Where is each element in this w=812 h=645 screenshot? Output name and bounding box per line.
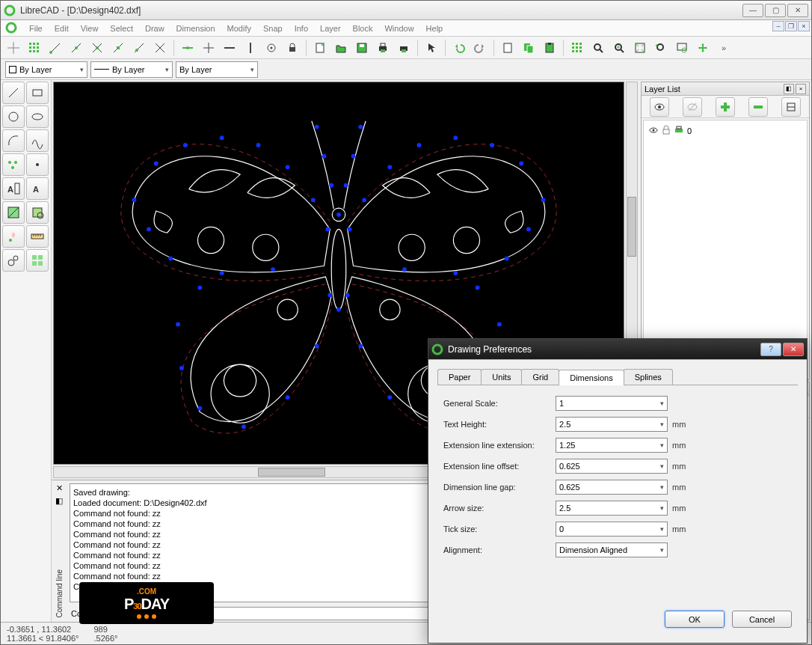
line-tool-icon[interactable] [2, 82, 25, 104]
menu-block[interactable]: Block [347, 22, 379, 35]
dialog-close-button[interactable]: ✕ [783, 343, 804, 356]
text-tool-icon[interactable]: A [2, 177, 25, 200]
layer-hide-all-icon[interactable] [683, 97, 702, 117]
zoom-in-icon[interactable] [609, 38, 629, 58]
layer-close-button[interactable]: × [796, 84, 806, 94]
dialog-help-button[interactable]: ? [760, 343, 781, 356]
menu-help[interactable]: Help [420, 22, 449, 35]
toolbar-overflow-icon[interactable]: » [714, 38, 733, 58]
print-icon[interactable] [674, 126, 684, 136]
tab-units[interactable]: Units [481, 369, 522, 385]
menu-file[interactable]: File [23, 22, 49, 35]
menu-view[interactable]: View [75, 22, 105, 35]
mdi-minimize[interactable]: – [772, 21, 784, 31]
restrict-ortho-icon[interactable] [199, 38, 218, 58]
measure-tool-icon[interactable] [26, 225, 49, 248]
layer-add-icon[interactable] [716, 97, 735, 117]
snap-grid-icon[interactable] [25, 38, 44, 58]
visibility-icon[interactable] [648, 125, 659, 137]
open-file-icon[interactable] [331, 38, 351, 58]
snap-center-icon[interactable] [87, 38, 107, 58]
tab-splines[interactable]: Splines [624, 369, 673, 385]
cut-icon[interactable] [498, 38, 517, 58]
tick-size-field[interactable]: 0 [556, 522, 668, 537]
restrict-horizontal-icon[interactable] [220, 38, 239, 58]
tab-paper[interactable]: Paper [437, 369, 482, 385]
print-icon[interactable] [373, 38, 393, 58]
hatch-tool-icon[interactable] [26, 201, 49, 224]
zoom-auto-icon[interactable] [630, 38, 650, 58]
arc-tool-icon[interactable] [2, 129, 25, 152]
mdi-close[interactable]: × [798, 21, 810, 31]
undo-icon[interactable] [449, 38, 469, 58]
arrow-size-field[interactable]: 2.5 [556, 501, 668, 516]
block-tool-icon[interactable] [2, 249, 25, 272]
lineweight-combo[interactable]: By Layer [176, 61, 258, 78]
restrict-nothing-icon[interactable] [178, 38, 197, 58]
mtext-tool-icon[interactable]: A [26, 177, 49, 200]
ext-line-off-field[interactable]: 0.625 [556, 459, 668, 474]
snap-endpoint-icon[interactable] [46, 38, 65, 58]
zoom-window-icon[interactable] [672, 38, 692, 58]
minimize-button[interactable]: — [742, 4, 763, 17]
point-tool-icon[interactable] [26, 153, 49, 176]
spline-tool-icon[interactable] [26, 129, 49, 152]
menu-select[interactable]: Select [104, 22, 139, 35]
ellipse-tool-icon[interactable] [26, 106, 49, 128]
modify-tool-icon[interactable] [2, 225, 25, 248]
restrict-vertical-icon[interactable] [241, 38, 260, 58]
menu-draw[interactable]: Draw [139, 22, 170, 35]
grid-toggle-icon[interactable] [568, 38, 587, 58]
cancel-button[interactable]: Cancel [732, 611, 792, 628]
snap-middle-icon[interactable] [108, 38, 128, 58]
pin-panel-icon[interactable]: ◧ [55, 496, 63, 506]
ok-button[interactable]: OK [665, 611, 725, 628]
ext-line-ext-field[interactable]: 1.25 [556, 438, 668, 453]
alignment-field[interactable]: Dimension Aligned [556, 542, 668, 557]
layer-row-0[interactable]: 0 [647, 123, 804, 138]
close-button[interactable]: ✕ [787, 4, 808, 17]
zoom-pan-icon[interactable] [693, 38, 713, 58]
layer-remove-icon[interactable] [748, 97, 768, 117]
zoom-redraw-icon[interactable] [588, 38, 608, 58]
dim-line-gap-field[interactable]: 0.625 [556, 480, 668, 495]
lock-relative-zero-icon[interactable] [283, 38, 302, 58]
polyline-tool-icon[interactable] [2, 153, 25, 176]
color-combo[interactable]: By Layer [5, 61, 87, 78]
tab-dimensions[interactable]: Dimensions [559, 370, 624, 385]
paste-icon[interactable] [540, 38, 559, 58]
snap-distance-icon[interactable] [129, 38, 149, 58]
mdi-restore[interactable]: ❐ [785, 21, 797, 31]
snap-on-entity-icon[interactable] [67, 38, 86, 58]
print-preview-icon[interactable] [394, 38, 413, 58]
linetype-combo[interactable]: By Layer [90, 61, 173, 78]
relative-zero-icon[interactable] [262, 38, 281, 58]
snap-free-icon[interactable] [4, 38, 23, 58]
rect-tool-icon[interactable] [26, 82, 49, 104]
dimension-tool-icon[interactable] [2, 201, 25, 224]
menu-info[interactable]: Info [289, 22, 314, 35]
lock-icon[interactable] [662, 126, 671, 136]
layer-edit-icon[interactable] [781, 97, 801, 117]
close-panel-icon[interactable]: ✕ [56, 483, 63, 493]
select-tool-icon[interactable] [26, 249, 49, 272]
menu-window[interactable]: Window [378, 22, 419, 35]
maximize-button[interactable]: ▢ [765, 4, 786, 17]
general-scale-field[interactable]: 1 [556, 396, 668, 411]
menu-edit[interactable]: Edit [49, 22, 75, 35]
new-file-icon[interactable] [310, 38, 330, 58]
layer-show-all-icon[interactable] [650, 97, 669, 117]
menu-layer[interactable]: Layer [314, 22, 347, 35]
layer-undock-button[interactable]: ◧ [784, 84, 794, 94]
menu-modify[interactable]: Modify [221, 22, 257, 35]
circle-tool-icon[interactable] [2, 106, 25, 128]
tab-grid[interactable]: Grid [521, 369, 559, 385]
text-height-field[interactable]: 2.5 [556, 417, 668, 432]
redo-icon[interactable] [470, 38, 490, 58]
menu-dimension[interactable]: Dimension [170, 22, 221, 35]
copy-icon[interactable] [519, 38, 538, 58]
menu-snap[interactable]: Snap [257, 22, 289, 35]
dialog-titlebar[interactable]: Drawing Preferences ? ✕ [428, 339, 807, 360]
snap-intersection-icon[interactable] [150, 38, 170, 58]
zoom-previous-icon[interactable] [651, 38, 671, 58]
